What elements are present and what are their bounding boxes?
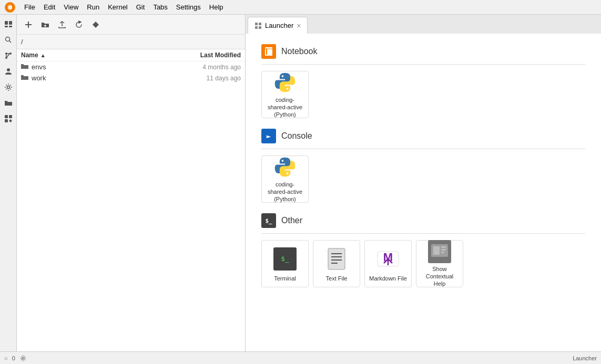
console-items: coding-shared-active (Python) [261,155,585,203]
menu-help[interactable]: Help [205,2,228,12]
notebook-section-title: Notebook [281,47,318,56]
svg-point-12 [7,86,9,89]
new-folder-button[interactable] [38,17,53,32]
svg-rect-13 [5,115,8,118]
folder-icon [21,63,28,71]
sidebar-icon-folder[interactable] [1,96,16,110]
file-column-headers: Name ▲ Last Modified [17,49,245,61]
content-area: Launcher × Notebook [246,15,601,351]
tab-bar: Launcher × [246,15,601,34]
sidebar-icon-users[interactable] [1,64,16,79]
markdown-item[interactable]: M Markdown File [364,240,412,287]
contexthelp-icon [426,240,453,263]
terminal-label: Terminal [274,275,296,282]
tab-close-button[interactable]: × [297,22,301,29]
console-python-label: coding-shared-active (Python) [266,181,304,203]
menu-file[interactable]: File [20,2,39,12]
statusbar-left: ○ 0 [4,355,27,362]
python-console-icon [271,155,299,179]
refresh-button[interactable] [72,17,86,32]
svg-rect-39 [433,246,440,255]
svg-rect-40 [441,246,446,248]
notebook-section-header: Notebook [261,44,585,65]
svg-point-26 [282,75,284,77]
contextual-help-item[interactable]: Show Contextual Help [416,240,463,287]
column-modified-header[interactable]: Last Modified [167,51,241,59]
upload-button[interactable] [55,17,69,32]
path-separator: / [21,38,23,46]
contexthelp-label: Show Contextual Help [421,265,459,288]
svg-point-10 [5,57,7,59]
terminal-item[interactable]: $_ Terminal [261,240,309,287]
svg-rect-20 [255,23,258,25]
other-items: $_ Terminal [261,240,585,287]
svg-rect-5 [9,26,12,27]
notebook-items: coding-shared-active (Python) [261,71,585,118]
textfile-label: Text File [326,275,348,282]
sidebar-icon-extensions[interactable] [1,111,16,126]
file-browser-panel: / Name ▲ Last Modified envs 4 months ago [17,15,246,351]
svg-point-1 [8,5,12,9]
console-python-item[interactable]: coding-shared-active (Python) [261,155,309,203]
notebook-section-icon [261,44,276,59]
file-modified-envs: 4 months ago [167,64,241,71]
notebook-python-item[interactable]: coding-shared-active (Python) [261,71,309,118]
other-section-icon: $_ [261,213,276,228]
menu-edit[interactable]: Edit [39,2,59,12]
new-file-button[interactable] [21,17,36,32]
svg-rect-25 [266,48,267,55]
textfile-item[interactable]: Text File [313,240,360,287]
main-area: / Name ▲ Last Modified envs 4 months ago [0,15,601,351]
menu-kernel[interactable]: Kernel [104,2,132,12]
svg-line-7 [9,41,11,43]
menu-tabs[interactable]: Tabs [149,2,171,12]
textfile-icon [323,245,350,273]
file-name-envs: envs [32,63,167,71]
sort-arrow: ▲ [40,53,46,58]
git-button[interactable] [88,17,103,32]
sidebar-icon-settings[interactable] [1,80,16,95]
sidebar-icon-files[interactable] [1,17,16,32]
sidebar-icon-git[interactable] [1,48,16,63]
launcher-section-notebook: Notebook coding-shar [261,44,585,118]
statusbar-gear-icon [19,355,27,362]
svg-point-11 [7,68,10,71]
launcher-panel: Notebook coding-shar [246,34,601,351]
file-row[interactable]: envs 4 months ago [17,61,245,72]
tab-launcher[interactable]: Launcher × [248,17,308,34]
menu-run[interactable]: Run [83,2,104,12]
menu-view[interactable]: View [59,2,83,12]
menu-git[interactable]: Git [132,2,149,12]
svg-point-28 [282,160,284,162]
statusbar-launcher-label: Launcher [573,355,597,361]
svg-rect-4 [5,26,8,27]
app-logo [4,2,16,13]
file-modified-work: 11 days ago [167,75,241,82]
svg-rect-41 [441,249,446,251]
menu-settings[interactable]: Settings [172,2,205,12]
other-section-header: $_ Other [261,213,585,234]
launcher-section-console: ► Console codi [261,129,585,203]
file-row[interactable]: work 11 days ago [17,72,245,84]
svg-rect-2 [5,21,8,25]
file-toolbar [17,15,245,35]
file-path-bar: / [17,35,245,49]
svg-rect-42 [441,252,444,253]
menubar: File Edit View Run Kernel Git Tabs Setti… [0,0,601,15]
svg-rect-15 [5,119,8,122]
svg-point-29 [287,172,289,174]
console-section-header: ► Console [261,129,585,149]
svg-point-6 [5,37,9,41]
sidebar-icon-search[interactable] [1,33,16,47]
column-name-header[interactable]: Name ▲ [21,51,167,59]
console-section-icon: ► [261,129,276,143]
statusbar-right: Launcher [573,355,597,361]
svg-rect-22 [255,26,258,29]
markdown-label: Markdown File [369,275,407,282]
svg-point-9 [9,53,12,55]
svg-point-27 [287,88,289,90]
launcher-section-other: $_ Other $_ Terminal [261,213,585,287]
kernel-indicator: ○ [4,355,8,361]
console-section-title: Console [281,131,312,141]
file-name-work: work [32,74,167,82]
